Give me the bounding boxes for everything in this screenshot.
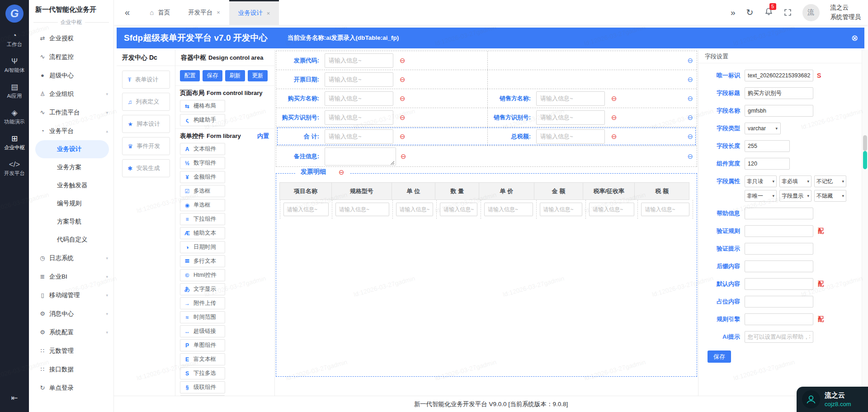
invoice-detail-section[interactable]: 发票明细 ⊖ 项目名称规格型号单 位数 量单 价金 额税率/征收率税 额 (276, 173, 697, 377)
sidebar-item-numbering-rule[interactable]: 编号规则 (29, 194, 113, 213)
remove-field-icon[interactable]: ⊖ (401, 153, 406, 160)
attr-select[interactable]: 非必填▾ (779, 175, 811, 187)
help-info-input[interactable] (745, 208, 813, 219)
sidebar-item-sso-login[interactable]: ↻单点登录 (29, 379, 113, 397)
chat-widget[interactable]: 流之云 cojz8.com (797, 387, 868, 412)
component-attachment-upload-button[interactable]: →附件上传 (180, 297, 225, 309)
tabs-collapse-icon[interactable]: « (114, 7, 141, 18)
sidebar-item-plan-nav[interactable]: 方案导航 (29, 213, 113, 231)
detail-input[interactable] (283, 203, 329, 216)
rule-engine-input[interactable] (745, 313, 813, 325)
fullscreen-icon[interactable] (784, 9, 792, 16)
remove-field-icon[interactable]: ⊖ (400, 76, 406, 83)
vertical-scrollbar[interactable] (862, 50, 868, 396)
component-html-button[interactable]: ©Html控件 (180, 269, 225, 281)
remove-row-icon[interactable]: ⊖ (687, 114, 693, 121)
app-logo[interactable]: G (5, 5, 24, 23)
comp-width-input[interactable] (745, 158, 790, 170)
sidebar-item-process-monitor[interactable]: ∿流程监控 (29, 47, 113, 66)
total-input[interactable] (325, 129, 393, 144)
configure-link[interactable]: 配 (818, 280, 824, 288)
detail-input[interactable] (484, 203, 533, 216)
close-designer-icon[interactable]: ⊗ (851, 33, 858, 43)
component-build-assistant-button[interactable]: ς构建助手 (180, 114, 225, 126)
avatar[interactable]: 流 (802, 4, 820, 21)
sidebar-item-enterprise-org[interactable]: ♙企业组织▾ (29, 85, 113, 103)
sidebar-item-business-platform[interactable]: ◔业务平台▴ (29, 122, 113, 140)
remove-row-icon[interactable]: ⊖ (687, 153, 693, 160)
detail-input[interactable] (440, 203, 477, 216)
remove-detail-icon[interactable]: ⊖ (339, 169, 344, 175)
sidebar-item-custom-code[interactable]: 代码自定义 (29, 231, 113, 249)
component-single-image-button[interactable]: P单图组件 (180, 339, 225, 351)
sidebar-item-business-plan[interactable]: 业务方案 (29, 158, 113, 176)
sidebar-item-meta-manage[interactable]: ∷元数管理 (29, 341, 113, 360)
unique-id-input[interactable] (745, 70, 813, 81)
sidebar-item-enterprise-auth[interactable]: ⇄企业授权 (29, 29, 113, 47)
component-dropdown-button[interactable]: ≡下拉组件 (180, 213, 225, 225)
scrollbar-thumb-active[interactable] (863, 151, 867, 169)
rail-item-feature-demo[interactable]: ◈功能演示 (4, 109, 25, 125)
sidebar-item-log-system[interactable]: ◷日志系统▾ (29, 249, 113, 267)
devcenter-form-design-button[interactable]: Ŧ表单设计 (122, 71, 170, 89)
detail-input[interactable] (641, 203, 689, 216)
component-radio-button[interactable]: ◉单选框 (180, 199, 225, 211)
invoice-code-input[interactable] (325, 53, 393, 68)
attr-select[interactable]: 非唯一▾ (745, 190, 777, 202)
sidebar-item-message-center[interactable]: ⚙消息中心▾ (29, 304, 113, 323)
remove-field-icon[interactable]: ⊖ (400, 114, 406, 121)
toolbar-refresh-button[interactable]: 刷新 (225, 70, 245, 81)
tab-dev-platform[interactable]: 开发平台× (179, 0, 229, 25)
tab-business-design[interactable]: 业务设计× (229, 0, 279, 25)
validate-rule-input[interactable] (745, 225, 813, 237)
component-cascade-button[interactable]: §级联组件 (180, 381, 225, 393)
attr-select[interactable]: 不记忆▾ (814, 175, 846, 187)
rail-item-enterprise-hub[interactable]: ⊞企业中枢 (4, 135, 25, 151)
devcenter-list-define-button[interactable]: ♫列表定义 (122, 93, 170, 111)
save-button[interactable]: 保存 (708, 350, 731, 363)
close-tab-icon[interactable]: × (267, 10, 270, 17)
component-dropdown-multi-button[interactable]: S下拉多选 (180, 367, 225, 379)
detail-input[interactable] (540, 203, 583, 216)
sidebar-collapse-icon[interactable]: ⇤ (11, 393, 18, 403)
component-text-button[interactable]: A文本组件 (180, 143, 225, 155)
component-grid-layout-button[interactable]: ⇆栅格布局 (180, 100, 225, 112)
sidebar-item-business-trigger[interactable]: 业务触发器 (29, 176, 113, 194)
scrollbar-thumb[interactable] (863, 135, 867, 151)
builtin-link[interactable]: 内置 (257, 132, 269, 140)
sidebar-item-system-config[interactable]: ⚙系统配置▾ (29, 323, 113, 341)
buyer-taxno-input[interactable] (325, 110, 393, 125)
invoice-date-input[interactable] (325, 72, 393, 87)
default-content-input[interactable] (745, 278, 813, 290)
placeholder-content-input[interactable] (745, 296, 813, 308)
sidebar-item-super-center[interactable]: ●超级中心 (29, 66, 113, 85)
component-amount-button[interactable]: ¥金额组件 (180, 171, 225, 183)
component-checkbox-button[interactable]: ☑多选框 (180, 185, 225, 197)
attr-select[interactable]: 字段显示▾ (779, 190, 811, 202)
detail-input[interactable] (335, 203, 389, 216)
remove-field-icon[interactable]: ⊖ (400, 95, 406, 102)
configure-link[interactable]: 配 (818, 315, 824, 323)
devcenter-script-design-button[interactable]: ★脚本设计 (122, 115, 170, 133)
validate-tip-input[interactable] (745, 243, 813, 255)
remove-field-icon[interactable]: ⊖ (400, 133, 406, 140)
rail-item-dev-platform[interactable]: </>开发平台 (4, 161, 25, 177)
component-hyperlink-button[interactable]: ↔超级链接 (180, 325, 225, 337)
remove-field-icon[interactable]: ⊖ (611, 133, 617, 140)
tab-home[interactable]: ⌂首页 (141, 0, 179, 25)
field-length-input[interactable] (745, 140, 790, 152)
remove-row-icon[interactable]: ⊖ (687, 95, 693, 102)
component-datetime-button[interactable]: ◑日期时间 (180, 241, 225, 253)
field-name-input[interactable] (745, 105, 813, 117)
field-title-input[interactable] (745, 87, 813, 99)
refresh-icon[interactable]: ↻ (746, 8, 754, 17)
toolbar-config-button[interactable]: 配置 (180, 70, 200, 81)
component-number-button[interactable]: ½数字组件 (180, 157, 225, 169)
sidebar-item-mobile-manage[interactable]: ▯移动端管理▾ (29, 286, 113, 304)
configure-link[interactable]: 配 (818, 227, 824, 235)
component-richtext-button[interactable]: E富文本框 (180, 353, 225, 365)
remove-field-icon[interactable]: ⊖ (611, 95, 617, 102)
detail-input[interactable] (589, 203, 634, 216)
attr-select[interactable]: 不隐藏▾ (814, 190, 846, 202)
seller-name-input[interactable] (536, 91, 605, 106)
